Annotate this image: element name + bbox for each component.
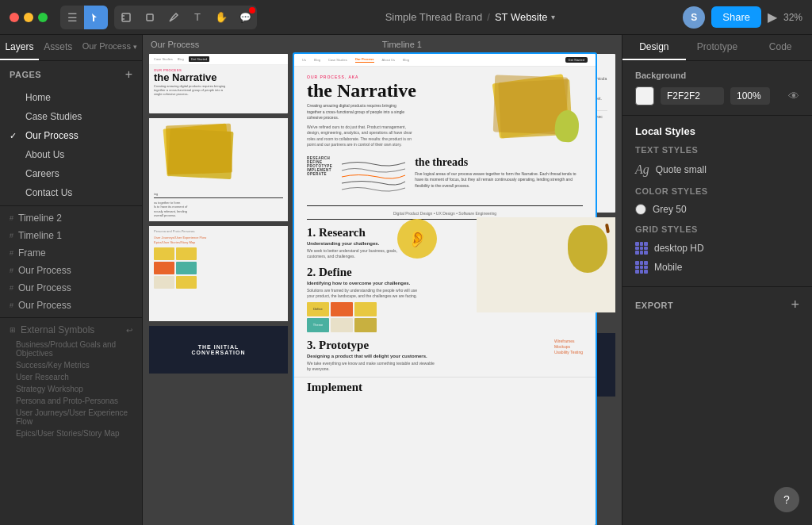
shape-tool[interactable] <box>138 6 162 29</box>
maximize-button[interactable] <box>38 13 48 22</box>
page-item-contact-us[interactable]: Contact Us <box>0 183 142 202</box>
text-styles-label: Text Styles <box>635 145 799 155</box>
canvas-frames-container: Case Studies Blog Get Started Our Proces… <box>143 35 622 525</box>
sub-layer-5: Persona and Proto-Personas <box>0 395 142 407</box>
color-style-grey50[interactable]: Grey 50 <box>635 201 799 218</box>
right-panel: Design Prototype Code Background 👁 Local… <box>622 35 812 525</box>
export-label: Export <box>635 301 673 310</box>
panel-tabs: Layers Assets Our Process ▾ <box>0 35 142 61</box>
background-label: Background <box>635 71 799 80</box>
sub-layer-6: User Journeys/User Experience Flow <box>0 407 142 427</box>
frame-icon: # <box>10 232 13 240</box>
play-button[interactable]: ▶ <box>768 10 777 25</box>
sub-layer-2: Success/Key Metrics <box>0 359 142 371</box>
background-section: Background 👁 <box>622 61 812 116</box>
frame-illustration[interactable]: ing ss together to formls to have its mo… <box>149 118 288 221</box>
left-panel: Layers Assets Our Process ▾ Pages + Home… <box>0 35 143 525</box>
sub-layer-4: Strategy Workshop <box>0 383 142 395</box>
frame-initial-conv[interactable]: THE INITIALCONVERSATION <box>149 326 288 374</box>
layer-timeline-2[interactable]: # Timeline 2 <box>0 209 142 227</box>
layer-our-process-2[interactable]: # Our Process <box>0 279 142 297</box>
divider-2 <box>0 317 142 318</box>
left-frames-col: Case Studies Blog Get Started Our Proces… <box>149 54 288 525</box>
layer-frame[interactable]: # Frame <box>0 244 142 262</box>
color-styles-label: Color Styles <box>635 186 799 196</box>
grid-style-mobile[interactable]: Mobile <box>635 258 799 277</box>
sub-layer-3: User Research <box>0 371 142 383</box>
page-item-careers[interactable]: Careers <box>0 164 142 183</box>
color-dot-grey50 <box>635 204 646 215</box>
divider <box>0 205 142 206</box>
brand-name: Simple Thread Brand <box>385 11 483 23</box>
page-item-about-us[interactable]: About Us <box>0 145 142 164</box>
bg-color-swatch[interactable] <box>635 86 654 105</box>
current-page-label[interactable]: Our Process ▾ <box>78 35 142 60</box>
small-frame-nav[interactable]: Case Studies Blog Get Started Our Proces… <box>149 54 288 113</box>
add-page-button[interactable]: + <box>125 67 132 82</box>
frame-tool[interactable] <box>114 6 138 29</box>
traffic-lights <box>10 13 48 22</box>
export-add-button[interactable]: + <box>791 297 799 313</box>
tab-code[interactable]: Code <box>749 35 812 60</box>
user-avatar[interactable]: S <box>683 6 705 29</box>
close-button[interactable] <box>10 13 19 22</box>
right-actions: S Share ▶ 32% <box>683 6 802 29</box>
bg-opacity-input[interactable] <box>730 87 770 105</box>
frame-define[interactable]: Persona and Proto-Personas User Journeys… <box>149 226 288 321</box>
visibility-icon[interactable]: 👁 <box>788 90 799 102</box>
top-bar: ☰ T ✋ 💬 Simple Thread Brand / ST Website <box>0 0 812 35</box>
toolbar-frame: T ✋ 💬 <box>114 6 257 29</box>
tab-assets[interactable]: Assets <box>39 35 78 60</box>
export-header: Export + <box>635 297 799 313</box>
right-panel-tabs: Design Prototype Code <box>622 35 812 61</box>
hand-tool[interactable]: ✋ <box>209 6 233 29</box>
canvas-frame-label-timeline: Timeline 1 <box>382 40 422 49</box>
menu-button[interactable]: ☰ <box>60 6 84 29</box>
main-frame-col: Us Blog Case Studies Our Process About U… <box>294 54 470 525</box>
external-symbols[interactable]: ⊞ External Symbols ↩ <box>0 321 142 339</box>
sub-layer-1: Business/Product Goals and Objectives <box>0 339 142 359</box>
svg-rect-0 <box>122 13 130 21</box>
share-button[interactable]: Share <box>711 6 761 28</box>
canvas-area[interactable]: Our Process Timeline 1 Case Studies Blog… <box>143 35 622 525</box>
comment-tool[interactable]: 💬 <box>233 6 257 29</box>
text-tool[interactable]: T <box>186 6 209 29</box>
grid-icon-mobile <box>635 261 648 274</box>
tab-layers[interactable]: Layers <box>0 35 39 60</box>
frame-icon: # <box>10 249 13 257</box>
toolbar-left: ☰ <box>60 6 108 29</box>
main-layout: Layers Assets Our Process ▾ Pages + Home… <box>0 35 812 525</box>
local-styles-section: Local Styles Text Styles Ag Quote small … <box>622 116 812 287</box>
grid-style-desktop-hd[interactable]: desktop HD <box>635 239 799 258</box>
local-styles-title: Local Styles <box>635 125 799 137</box>
tab-design[interactable]: Design <box>622 35 686 60</box>
layer-timeline-1[interactable]: # Timeline 1 <box>0 227 142 244</box>
zoom-level[interactable]: 32% <box>783 12 802 23</box>
frame-icon: # <box>10 214 13 222</box>
pages-header: Pages + <box>0 61 142 88</box>
grid-icon-desktop-hd <box>635 242 648 255</box>
move-tool[interactable] <box>84 6 108 29</box>
tab-prototype[interactable]: Prototype <box>686 35 749 60</box>
text-style-quote-small[interactable]: Ag Quote small <box>635 159 799 180</box>
bg-row: 👁 <box>635 86 799 105</box>
title-separator: / <box>487 11 490 23</box>
pen-tool[interactable] <box>162 6 186 29</box>
page-item-home[interactable]: Home <box>0 88 142 107</box>
svg-rect-3 <box>147 14 153 21</box>
sub-layer-7: Epics/User Stories/Story Map <box>0 427 142 439</box>
project-name[interactable]: ST Website ▾ <box>495 11 555 23</box>
layer-our-process-3[interactable]: # Our Process <box>0 297 142 314</box>
page-item-case-studies[interactable]: Case Studies <box>0 107 142 126</box>
title-bar: Simple Thread Brand / ST Website ▾ <box>263 11 676 23</box>
frame-illustration-2[interactable] <box>477 217 615 312</box>
page-item-our-process[interactable]: ✓ Our Process <box>0 126 142 145</box>
frame-icon: # <box>10 266 13 274</box>
frame-icon: # <box>10 284 13 292</box>
minimize-button[interactable] <box>24 13 33 22</box>
canvas-frame-label-our-process: Our Process <box>151 40 199 49</box>
layer-our-process-1[interactable]: # Our Process <box>0 262 142 279</box>
help-button[interactable]: ? <box>774 487 799 512</box>
bg-hex-input[interactable] <box>661 87 724 105</box>
export-section: Export + <box>622 287 812 323</box>
